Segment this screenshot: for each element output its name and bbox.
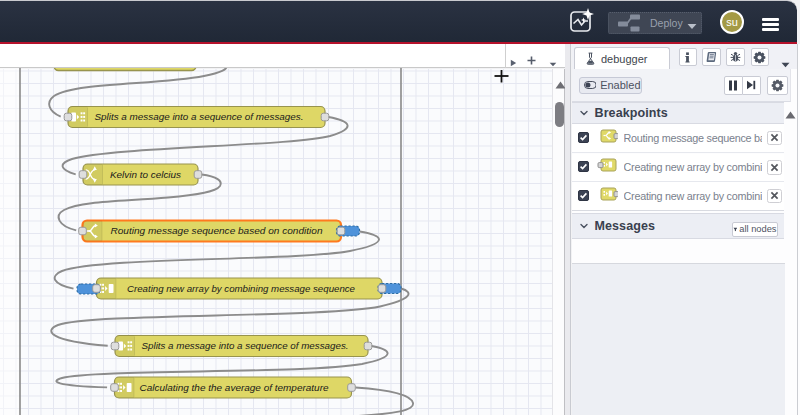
svg-text:Splits a message into a sequen: Splits a message into a sequence of mess… [142,341,349,351]
svg-text:Kelvin to celcius: Kelvin to celcius [110,170,181,180]
svg-text:Splits a message into a sequen: Splits a message into a sequence of mess… [95,112,304,122]
svg-text:Calculating the the average of: Calculating the the average of temperatu… [140,383,329,393]
svg-text:Creating new array by combinin: Creating new array by combining message … [127,284,355,294]
svg-text:Routing message sequence based: Routing message sequence based on condit… [111,226,323,236]
